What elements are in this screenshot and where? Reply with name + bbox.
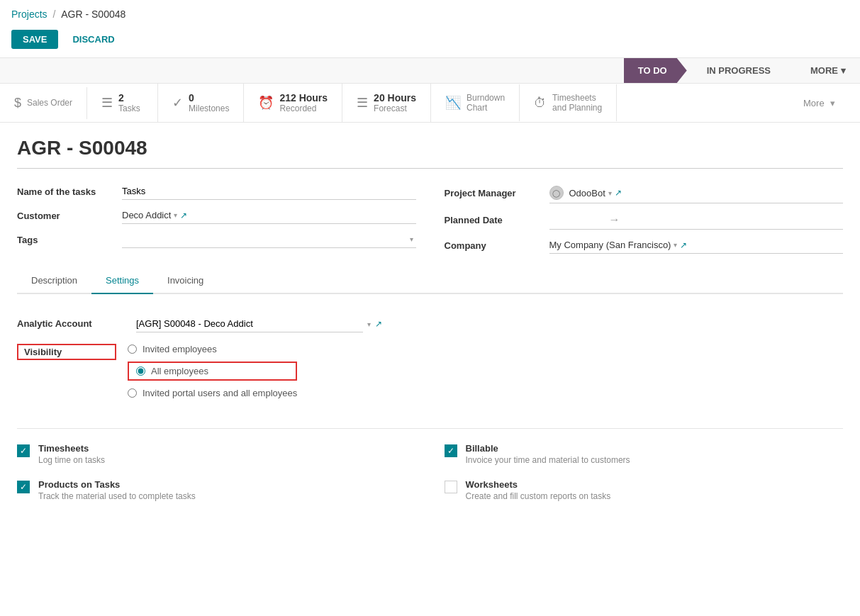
burndown-label: Burndown	[467, 93, 505, 103]
company-external-link-icon[interactable]: ↗	[680, 240, 687, 250]
customer-external-link-icon[interactable]: ↗	[180, 211, 187, 220]
tasks-icon: ☰	[101, 95, 113, 111]
timesheets-planning-label2: and Planning	[552, 103, 602, 113]
breadcrumb-separator: /	[52, 9, 55, 20]
stat-more[interactable]: More ▾	[789, 89, 860, 117]
stat-hours-recorded[interactable]: ⏰ 212 Hours Recorded	[244, 84, 342, 122]
planned-date-field: Planned Date →	[445, 211, 844, 230]
tasks-label: Tasks	[118, 103, 140, 113]
analytic-account-row: Analytic Account ▾ ↗	[17, 315, 843, 332]
visibility-portal-radio[interactable]	[128, 388, 137, 398]
planned-date-start-input[interactable]	[549, 215, 606, 225]
form-right-column: Project Manager ◯ OdooBot ▾ ↗ Planned Da…	[445, 183, 844, 261]
analytic-dropdown-icon[interactable]: ▾	[367, 320, 371, 328]
status-todo[interactable]: TO DO	[624, 58, 687, 83]
planned-date-value[interactable]: →	[549, 211, 844, 230]
products-on-tasks-checkbox[interactable]: ✓	[17, 481, 30, 493]
stats-bar: $ Sales Order ☰ 2 Tasks ✓ 0 Milestones ⏰…	[0, 84, 860, 123]
tasks-count: 2	[118, 92, 140, 103]
form-left-column: Name of the tasks Customer Deco Addict ▾…	[17, 183, 416, 261]
visibility-invited-radio[interactable]	[128, 345, 137, 354]
billable-checkbox[interactable]: ✓	[445, 444, 457, 457]
stat-tasks[interactable]: ☰ 2 Tasks	[87, 84, 158, 122]
products-on-tasks-feature-title: Products on Tasks	[38, 479, 196, 490]
project-manager-label: Project Manager	[445, 188, 544, 198]
breadcrumb-current: AGR - S00048	[61, 9, 125, 20]
milestones-label: Milestones	[189, 103, 229, 113]
clock-icon: ⏰	[258, 95, 274, 111]
tags-dropdown-icon[interactable]: ▾	[410, 235, 413, 243]
timesheets-feature-desc: Log time on tasks	[38, 455, 105, 465]
visibility-all-radio[interactable]	[136, 366, 145, 376]
company-value[interactable]: My Company (San Francisco) ▾ ↗	[549, 237, 844, 254]
project-manager-value[interactable]: ◯ OdooBot ▾ ↗	[549, 183, 844, 203]
visibility-invited[interactable]: Invited employees	[128, 344, 297, 354]
visibility-invited-label: Invited employees	[143, 344, 217, 354]
worksheets-checkbox[interactable]	[445, 481, 457, 493]
features-grid: ✓ Timesheets Log time on tasks ✓ Billabl…	[17, 443, 843, 501]
projects-link[interactable]: Projects	[11, 9, 48, 20]
name-of-tasks-value	[122, 183, 416, 200]
customer-dropdown-icon[interactable]: ▾	[174, 211, 177, 219]
hours-recorded-count: 212 Hours	[279, 92, 328, 103]
tags-input[interactable]	[122, 234, 407, 245]
project-manager-field: Project Manager ◯ OdooBot ▾ ↗	[445, 183, 844, 203]
billable-feature-title: Billable	[466, 443, 630, 454]
action-bar: SAVE DISCARD	[0, 26, 860, 57]
visibility-options: Invited employees All employees Invited …	[128, 344, 297, 398]
form-area: Name of the tasks Customer Deco Addict ▾…	[0, 123, 860, 515]
breadcrumb: Projects / AGR - S00048	[0, 0, 860, 26]
more-chevron-icon: ▾	[830, 98, 835, 108]
burndown-icon: 📉	[445, 95, 461, 111]
discard-button[interactable]: DISCARD	[64, 30, 123, 49]
name-of-tasks-input[interactable]	[122, 186, 413, 196]
date-arrow-icon: →	[609, 213, 620, 226]
planned-date-end-input[interactable]	[623, 215, 680, 225]
pm-dropdown-icon[interactable]: ▾	[608, 189, 612, 197]
timesheets-checkbox[interactable]: ✓	[17, 444, 30, 457]
hours-forecast-label: Forecast	[374, 103, 416, 113]
stat-hours-forecast[interactable]: ☰ 20 Hours Forecast	[342, 84, 431, 122]
more-label: More	[803, 98, 825, 108]
feature-billable: ✓ Billable Invoice your time and materia…	[445, 443, 844, 465]
burndown-label2: Chart	[467, 103, 505, 113]
visibility-all-highlighted: All employees	[128, 362, 297, 381]
visibility-label: Visibility	[24, 347, 62, 357]
visibility-row: Visibility Invited employees All employe…	[17, 344, 843, 398]
stat-milestones[interactable]: ✓ 0 Milestones	[158, 84, 244, 122]
tags-value[interactable]: ▾	[122, 231, 416, 248]
project-title-input[interactable]	[17, 137, 843, 159]
milestones-icon: ✓	[172, 95, 183, 111]
settings-content: Analytic Account ▾ ↗ Visibility Invited …	[17, 308, 843, 417]
company-dropdown-icon[interactable]: ▾	[674, 241, 677, 249]
analytic-account-input[interactable]	[136, 315, 363, 332]
divider	[17, 428, 843, 429]
analytic-account-label: Analytic Account	[17, 315, 130, 329]
company-label: Company	[445, 240, 544, 251]
avatar: ◯	[549, 186, 564, 200]
status-in-progress[interactable]: IN PROGRESS	[687, 58, 791, 83]
stat-sales-order[interactable]: $ Sales Order	[0, 87, 87, 119]
analytic-external-link-icon[interactable]: ↗	[375, 319, 382, 329]
tab-invoicing[interactable]: Invoicing	[153, 268, 218, 294]
stat-label-sales-order: Sales Order	[27, 98, 72, 108]
name-of-tasks-field: Name of the tasks	[17, 183, 416, 200]
visibility-portal[interactable]: Invited portal users and all employees	[128, 388, 297, 398]
timesheets-planning-label: Timesheets	[552, 93, 602, 103]
customer-value[interactable]: Deco Addict ▾ ↗	[122, 207, 416, 224]
status-more[interactable]: MORE ▾	[791, 58, 860, 83]
company-text: My Company (San Francisco)	[549, 240, 671, 250]
stat-burndown[interactable]: 📉 Burndown Chart	[431, 84, 520, 121]
tab-settings[interactable]: Settings	[91, 268, 153, 294]
visibility-all[interactable]: All employees	[136, 366, 208, 376]
project-title[interactable]	[17, 137, 843, 169]
pm-external-link-icon[interactable]: ↗	[615, 188, 622, 198]
stat-timesheets-planning[interactable]: ⏱ Timesheets and Planning	[520, 84, 617, 121]
hours-recorded-label: Recorded	[279, 103, 328, 113]
tab-description[interactable]: Description	[17, 268, 91, 294]
forecast-icon: ☰	[357, 95, 368, 111]
planned-date-label: Planned Date	[445, 215, 544, 225]
save-button[interactable]: SAVE	[11, 30, 58, 49]
timesheets-icon: ⏱	[534, 96, 547, 111]
company-field: Company My Company (San Francisco) ▾ ↗	[445, 237, 844, 254]
